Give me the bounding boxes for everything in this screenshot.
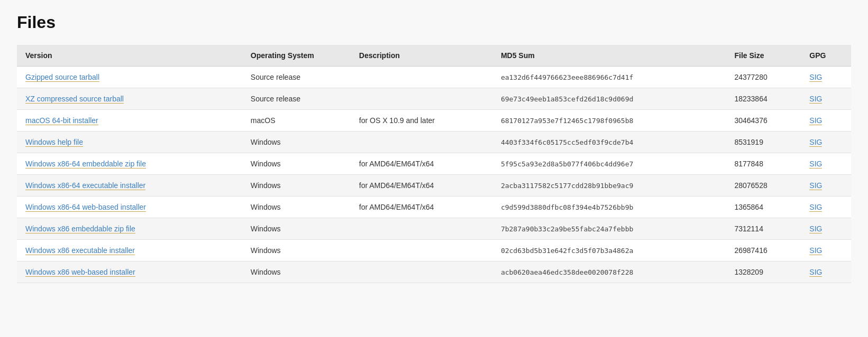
sig-link[interactable]: SIG [809, 160, 822, 168]
version-link[interactable]: Windows x86-64 web-based installer [25, 203, 146, 212]
table-row: macOS 64-bit installermacOSfor OS X 10.9… [17, 110, 851, 132]
sig-link[interactable]: SIG [809, 203, 822, 212]
filesize-cell: 24377280 [726, 67, 801, 88]
gpg-cell: SIG [801, 175, 851, 196]
description-cell [351, 240, 492, 261]
version-link[interactable]: macOS 64-bit installer [25, 116, 98, 125]
header-filesize: File Size [726, 45, 801, 67]
filesize-cell: 7312114 [726, 218, 801, 240]
header-md5: MD5 Sum [492, 45, 726, 67]
version-link[interactable]: Windows help file [25, 138, 83, 147]
table-row: Windows x86 executable installerWindows0… [17, 240, 851, 261]
filesize-cell: 1365864 [726, 196, 801, 218]
version-cell: Windows x86 embeddable zip file [17, 218, 242, 240]
version-cell: Windows x86 executable installer [17, 240, 242, 261]
table-row: Windows x86 embeddable zip fileWindows7b… [17, 218, 851, 240]
table-row: Windows x86-64 web-based installerWindow… [17, 196, 851, 218]
version-cell: Windows x86-64 web-based installer [17, 196, 242, 218]
version-link[interactable]: Windows x86-64 embeddable zip file [25, 160, 146, 168]
version-link[interactable]: XZ compressed source tarball [25, 95, 124, 104]
os-cell: Windows [242, 261, 351, 283]
gpg-cell: SIG [801, 110, 851, 132]
version-link[interactable]: Windows x86 embeddable zip file [25, 224, 135, 233]
description-cell [351, 67, 492, 88]
version-link[interactable]: Windows x86 executable installer [25, 246, 135, 255]
filesize-cell: 8531919 [726, 132, 801, 153]
sig-link[interactable]: SIG [809, 224, 822, 233]
table-row: Windows x86-64 executable installerWindo… [17, 175, 851, 196]
table-row: Windows x86 web-based installerWindowsac… [17, 261, 851, 283]
table-header: Version Operating System Description MD5… [17, 45, 851, 67]
description-cell [351, 88, 492, 110]
description-cell: for AMD64/EM64T/x64 [351, 175, 492, 196]
gpg-cell: SIG [801, 132, 851, 153]
md5-cell: c9d599d3880dfbc08f394e4b7526bb9b [492, 196, 726, 218]
description-cell: for OS X 10.9 and later [351, 110, 492, 132]
version-cell: Windows x86 web-based installer [17, 261, 242, 283]
md5-cell: 7b287a90b33c2a9be55fabc24a7febbb [492, 218, 726, 240]
gpg-cell: SIG [801, 196, 851, 218]
os-cell: Windows [242, 153, 351, 175]
header-os: Operating System [242, 45, 351, 67]
md5-cell: 2acba3117582c5177cdd28b91bbe9ac9 [492, 175, 726, 196]
filesize-cell: 1328209 [726, 261, 801, 283]
description-cell [351, 132, 492, 153]
gpg-cell: SIG [801, 240, 851, 261]
md5-cell: 5f95c5a93e2d8a5b077f406bc4dd96e7 [492, 153, 726, 175]
filesize-cell: 28076528 [726, 175, 801, 196]
os-cell: Windows [242, 132, 351, 153]
table-row: Windows help fileWindows4403f334f6c05175… [17, 132, 851, 153]
os-cell: Source release [242, 88, 351, 110]
os-cell: macOS [242, 110, 351, 132]
md5-cell: acb0620aea46edc358dee0020078f228 [492, 261, 726, 283]
gpg-cell: SIG [801, 67, 851, 88]
filesize-cell: 30464376 [726, 110, 801, 132]
description-cell [351, 218, 492, 240]
filesize-cell: 26987416 [726, 240, 801, 261]
gpg-cell: SIG [801, 153, 851, 175]
version-cell: Windows help file [17, 132, 242, 153]
os-cell: Windows [242, 175, 351, 196]
filesize-cell: 18233864 [726, 88, 801, 110]
md5-cell: 68170127a953e7f12465c1798f0965b8 [492, 110, 726, 132]
header-row: Version Operating System Description MD5… [17, 45, 851, 67]
sig-link[interactable]: SIG [809, 95, 822, 104]
version-link[interactable]: Windows x86 web-based installer [25, 268, 135, 277]
md5-cell: ea132d6f449766623eee886966c7d41f [492, 67, 726, 88]
table-row: XZ compressed source tarballSource relea… [17, 88, 851, 110]
files-table: Version Operating System Description MD5… [17, 45, 851, 283]
header-version: Version [17, 45, 242, 67]
os-cell: Windows [242, 218, 351, 240]
version-cell: Gzipped source tarball [17, 67, 242, 88]
md5-cell: 4403f334f6c05175cc5edf03f9cde7b4 [492, 132, 726, 153]
sig-link[interactable]: SIG [809, 246, 822, 255]
md5-cell: 02cd63bd5b31e642fc3d5f07b3a4862a [492, 240, 726, 261]
version-link[interactable]: Windows x86-64 executable installer [25, 181, 145, 190]
sig-link[interactable]: SIG [809, 73, 822, 82]
page-title: Files [17, 13, 851, 32]
page-container: Files Version Operating System Descripti… [0, 0, 868, 296]
description-cell: for AMD64/EM64T/x64 [351, 153, 492, 175]
version-link[interactable]: Gzipped source tarball [25, 73, 99, 82]
sig-link[interactable]: SIG [809, 138, 822, 147]
header-description: Description [351, 45, 492, 67]
version-cell: Windows x86-64 embeddable zip file [17, 153, 242, 175]
gpg-cell: SIG [801, 218, 851, 240]
version-cell: macOS 64-bit installer [17, 110, 242, 132]
sig-link[interactable]: SIG [809, 268, 822, 277]
sig-link[interactable]: SIG [809, 116, 822, 125]
filesize-cell: 8177848 [726, 153, 801, 175]
table-body: Gzipped source tarballSource releaseea13… [17, 67, 851, 283]
os-cell: Windows [242, 196, 351, 218]
md5-cell: 69e73c49eeb1a853cefd26d18c9d069d [492, 88, 726, 110]
os-cell: Source release [242, 67, 351, 88]
gpg-cell: SIG [801, 261, 851, 283]
sig-link[interactable]: SIG [809, 181, 822, 190]
description-cell: for AMD64/EM64T/x64 [351, 196, 492, 218]
version-cell: Windows x86-64 executable installer [17, 175, 242, 196]
header-gpg: GPG [801, 45, 851, 67]
os-cell: Windows [242, 240, 351, 261]
table-row: Gzipped source tarballSource releaseea13… [17, 67, 851, 88]
gpg-cell: SIG [801, 88, 851, 110]
description-cell [351, 261, 492, 283]
